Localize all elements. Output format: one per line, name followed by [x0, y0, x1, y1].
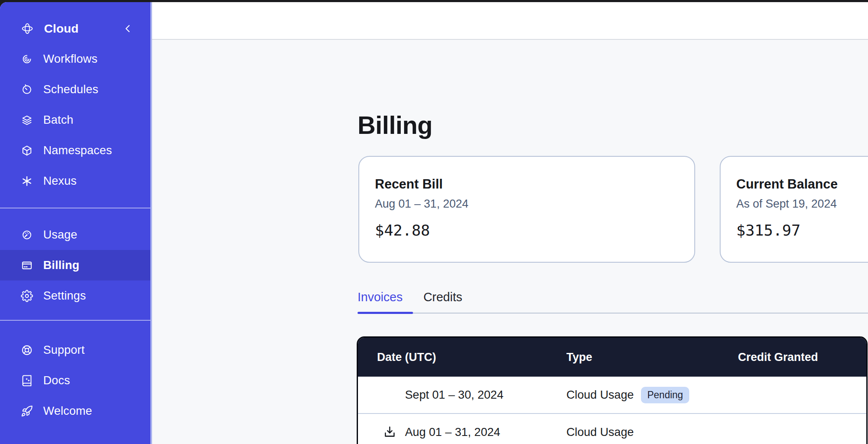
sidebar-item-label: Schedules: [43, 83, 98, 96]
recent-bill-card: Recent Bill Aug 01 – 31, 2024 $42.88: [358, 156, 695, 263]
summary-cards: Recent Bill Aug 01 – 31, 2024 $42.88 Cur…: [358, 156, 868, 263]
sidebar-item-settings[interactable]: Settings: [0, 280, 150, 311]
book-sparkle-icon: [21, 375, 33, 387]
column-header-credit-granted: Credit Granted: [738, 351, 866, 364]
sidebar-item-usage[interactable]: Usage: [0, 219, 150, 250]
sidebar-collapse-chevron-left-icon[interactable]: [122, 23, 133, 34]
table-row: Aug 01 – 31, 2024 Cloud Usage: [358, 413, 866, 444]
sidebar-item-schedules[interactable]: Schedules: [0, 74, 150, 105]
sidebar-item-billing[interactable]: Billing: [0, 250, 150, 280]
card-amount: $42.88: [375, 221, 686, 240]
billing-tabs: Invoices Credits: [358, 290, 868, 314]
sidebar-item-workflows[interactable]: Workflows: [0, 44, 150, 74]
sidebar-item-support[interactable]: Support: [0, 335, 150, 365]
invoices-table-header: Date (UTC) Type Credit Granted: [358, 338, 866, 377]
cube-icon: [21, 144, 33, 157]
main-area: Billing Recent Bill Aug 01 – 31, 2024 $4…: [152, 2, 868, 444]
card-subtitle: As of Sept 19, 2024: [736, 197, 868, 211]
sidebar-item-label: Batch: [43, 113, 73, 127]
timer-icon: [21, 83, 33, 96]
sidebar-item-docs[interactable]: Docs: [0, 365, 150, 396]
gauge-icon: [21, 229, 33, 241]
current-balance-card: Current Balance As of Sept 19, 2024 $315…: [720, 156, 868, 263]
sidebar-item-welcome[interactable]: Welcome: [0, 396, 150, 426]
sidebar-brand-cloud[interactable]: Cloud: [0, 13, 150, 44]
asterisk-icon: [21, 175, 33, 187]
tab-credits[interactable]: Credits: [423, 290, 462, 312]
sidebar-divider: [0, 320, 150, 321]
invoice-type: Cloud Usage: [566, 388, 634, 402]
sidebar-item-label: Settings: [43, 289, 86, 302]
card-subtitle: Aug 01 – 31, 2024: [375, 197, 686, 211]
layers-icon: [21, 114, 33, 126]
status-badge: Pending: [641, 387, 689, 403]
tab-invoices[interactable]: Invoices: [358, 290, 402, 312]
sidebar-item-label: Docs: [43, 374, 70, 387]
sidebar: Cloud Workflows Schedules Batch Namespac…: [0, 2, 150, 444]
invoice-date: Sept 01 – 30, 2024: [358, 388, 566, 402]
rocket-icon: [21, 405, 33, 417]
app-window: Cloud Workflows Schedules Batch Namespac…: [0, 2, 868, 444]
invoices-table: Date (UTC) Type Credit Granted Sept 01 –…: [357, 336, 868, 444]
sidebar-item-label: Namespaces: [43, 144, 112, 157]
page-title: Billing: [358, 111, 433, 140]
workflows-swirl-icon: [21, 53, 33, 65]
download-invoice-icon[interactable]: [383, 425, 397, 439]
brand-label: Cloud: [44, 22, 79, 36]
lifebuoy-icon: [21, 344, 33, 356]
billing-content: Billing Recent Bill Aug 01 – 31, 2024 $4…: [152, 40, 868, 444]
sidebar-item-label: Usage: [43, 228, 78, 241]
sidebar-item-nexus[interactable]: Nexus: [0, 166, 150, 196]
credit-card-icon: [21, 259, 33, 272]
sidebar-item-namespaces[interactable]: Namespaces: [0, 135, 150, 166]
invoice-type: Cloud Usage: [566, 425, 634, 439]
sidebar-item-label: Nexus: [43, 174, 77, 188]
active-tab-underline: [358, 312, 413, 314]
sidebar-item-label: Billing: [43, 258, 79, 272]
sidebar-divider: [0, 208, 150, 208]
sidebar-item-label: Welcome: [43, 404, 92, 418]
column-header-date: Date (UTC): [358, 351, 566, 364]
invoice-date: Aug 01 – 31, 2024: [405, 425, 500, 438]
card-title: Current Balance: [736, 176, 868, 193]
card-title: Recent Bill: [375, 176, 686, 193]
card-amount: $315.97: [736, 221, 868, 240]
temporal-logo-icon: [21, 22, 34, 35]
table-row: Sept 01 – 30, 2024 Cloud Usage Pending: [358, 377, 866, 413]
top-header-bar: [152, 2, 868, 40]
sidebar-item-label: Workflows: [43, 52, 97, 66]
tabs-rule: [358, 312, 868, 314]
sidebar-item-batch[interactable]: Batch: [0, 105, 150, 135]
sidebar-item-label: Support: [43, 343, 85, 357]
column-header-type: Type: [566, 351, 738, 364]
gear-icon: [21, 290, 33, 302]
